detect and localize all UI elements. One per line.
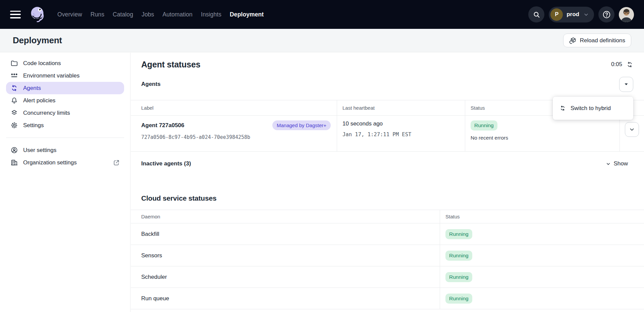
- agent-row-expand-button[interactable]: [625, 122, 639, 137]
- dagster-logo[interactable]: [29, 5, 47, 24]
- status-badge: Running: [445, 294, 472, 304]
- sidebar-item-label: Code locations: [23, 60, 61, 67]
- sidebar-item-label: Agents: [23, 85, 41, 92]
- folder-icon: [10, 59, 18, 67]
- env-vars-icon: [10, 72, 18, 80]
- help-icon: [602, 10, 611, 19]
- menu-icon[interactable]: [10, 11, 21, 18]
- building-icon: [10, 159, 18, 166]
- package-reload-icon: [569, 37, 577, 44]
- sidebar-item-label: Settings: [23, 122, 44, 129]
- agents-section-title: Agents: [141, 81, 161, 88]
- daemon-status-cell: Running: [440, 245, 644, 266]
- show-toggle-label: Show: [613, 160, 628, 167]
- sidebar-item-agents[interactable]: Agents: [6, 82, 124, 94]
- daemon-status-cell: Running: [440, 288, 644, 309]
- page-title: Deployment: [13, 35, 62, 46]
- agent-actions-dropdown-button[interactable]: [619, 77, 633, 92]
- agent-sync-icon: [559, 105, 566, 111]
- sidebar-item-label: Environment variables: [23, 72, 79, 79]
- agent-sync-icon: [10, 84, 18, 92]
- status-badge: Running: [445, 229, 472, 239]
- sidebar-item-code-locations[interactable]: Code locations: [6, 57, 124, 69]
- agent-name: Agent 727a0506: [141, 122, 184, 129]
- menu-item-switch-to-hybrid[interactable]: Switch to hybrid: [553, 97, 633, 120]
- column-header-status: Status: [440, 210, 644, 223]
- top-nav: Overview Runs Catalog Jobs Automation In…: [0, 0, 644, 29]
- nav-runs[interactable]: Runs: [91, 11, 104, 18]
- chevron-down-icon: [629, 126, 635, 133]
- daemon-status-cell: Running: [440, 266, 644, 288]
- heartbeat-timestamp: Jan 17, 1:27:11 PM EST: [342, 132, 459, 138]
- chevron-down-icon: [605, 161, 611, 167]
- sidebar-item-settings[interactable]: Settings: [6, 119, 124, 132]
- sidebar-item-label: User settings: [23, 147, 56, 154]
- daemon-status-cell: Running: [440, 223, 644, 245]
- agent-heartbeat-cell: 10 seconds ago Jan 17, 1:27:11 PM EST: [337, 116, 465, 152]
- workspace-switcher[interactable]: P prod: [549, 7, 594, 22]
- caret-down-icon: [623, 81, 630, 88]
- column-header-daemon: Daemon: [131, 210, 440, 223]
- heartbeat-relative: 10 seconds ago: [342, 120, 459, 127]
- column-header-label: Label: [131, 100, 337, 116]
- nav-right-cluster: P prod: [528, 6, 634, 22]
- sidebar-item-label: Concurrency limits: [23, 110, 70, 116]
- nav-insights[interactable]: Insights: [201, 11, 221, 18]
- main-content: Agent statuses 0:05 Agents Label Last he…: [131, 53, 644, 312]
- help-button[interactable]: [598, 6, 614, 22]
- cloud-services-table: Daemon Status Backfill Running Sensors R…: [131, 210, 644, 309]
- reload-definitions-button[interactable]: Reload definitions: [563, 34, 631, 47]
- daemon-name: Run queue: [131, 288, 440, 309]
- sidebar-item-environment-variables[interactable]: Environment variables: [6, 69, 124, 82]
- nav-automation[interactable]: Automation: [162, 11, 193, 18]
- status-note: No recent errors: [471, 135, 613, 141]
- status-badge: Running: [445, 272, 472, 282]
- search-button[interactable]: [528, 6, 544, 22]
- agent-id: 727a0506-8c97-4b95-a024-70ee3984258b: [141, 134, 331, 140]
- user-avatar[interactable]: [619, 7, 634, 22]
- primary-nav: Overview Runs Catalog Jobs Automation In…: [57, 11, 264, 18]
- sidebar-item-organization-settings[interactable]: Organization settings: [6, 156, 124, 169]
- menu-item-label: Switch to hybrid: [571, 105, 611, 112]
- daemon-name: Backfill: [131, 223, 440, 245]
- agent-actions-menu: Switch to hybrid: [553, 97, 633, 120]
- agent-label-cell: Agent 727a0506 Managed by Dagster+ 727a0…: [131, 116, 337, 152]
- deployment-sidebar: Code locations Environment variables Age…: [0, 53, 130, 312]
- refresh-countdown: 0:05: [611, 61, 622, 68]
- agent-statuses-title: Agent statuses: [141, 60, 200, 69]
- page-header: Deployment Reload definitions: [0, 29, 644, 52]
- workspace-name: prod: [567, 11, 579, 18]
- agent-status-cell: Running No recent errors: [465, 116, 620, 152]
- sidebar-item-label: Organization settings: [23, 159, 77, 166]
- sidebar-item-label: Alert policies: [23, 97, 55, 104]
- column-header-last-heartbeat: Last heartbeat: [337, 100, 465, 116]
- nav-catalog[interactable]: Catalog: [113, 11, 133, 18]
- nav-jobs[interactable]: Jobs: [142, 11, 154, 18]
- nav-deployment[interactable]: Deployment: [230, 11, 264, 18]
- show-inactive-toggle[interactable]: Show: [605, 160, 628, 167]
- gear-icon: [10, 121, 18, 129]
- sidebar-divider: [6, 138, 124, 138]
- nav-overview[interactable]: Overview: [57, 11, 82, 18]
- status-badge: Running: [471, 120, 497, 131]
- daemon-name: Scheduler: [131, 266, 440, 288]
- sidebar-item-concurrency-limits[interactable]: Concurrency limits: [6, 107, 124, 119]
- managed-by-badge: Managed by Dagster+: [272, 120, 331, 130]
- user-circle-icon: [10, 146, 18, 154]
- search-icon: [532, 10, 541, 19]
- sidebar-item-alert-policies[interactable]: Alert policies: [6, 94, 124, 107]
- inactive-agents-title: Inactive agents (3): [141, 160, 191, 167]
- workspace-avatar: P: [550, 8, 563, 21]
- agent-actions-cell: [620, 116, 644, 152]
- chevron-down-icon: [583, 11, 589, 18]
- bell-icon: [10, 97, 18, 104]
- user-photo-icon: [619, 7, 634, 22]
- sidebar-item-user-settings[interactable]: User settings: [6, 144, 124, 156]
- refresh-icon[interactable]: [626, 61, 633, 68]
- status-badge: Running: [445, 251, 472, 261]
- reload-definitions-label: Reload definitions: [580, 37, 625, 44]
- daemon-name: Sensors: [131, 245, 440, 266]
- layers-icon: [10, 109, 18, 117]
- cloud-service-statuses-title: Cloud service statuses: [141, 194, 644, 202]
- external-link-icon: [113, 159, 120, 166]
